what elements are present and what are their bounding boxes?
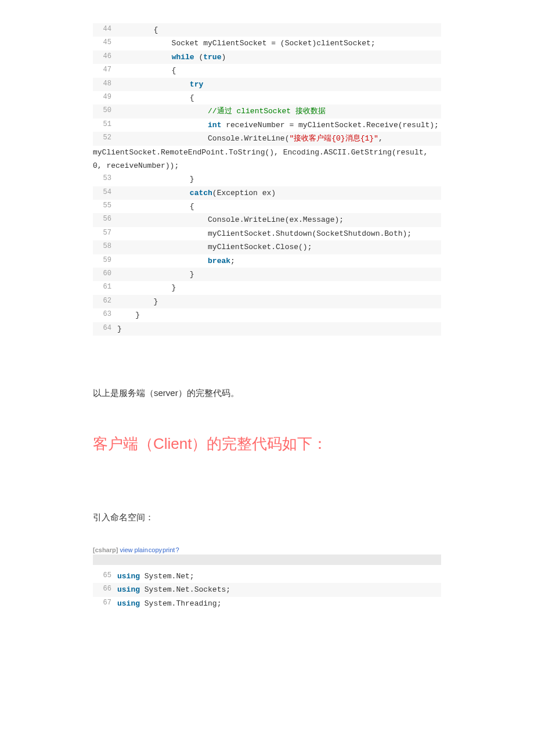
line-number: 63	[93, 308, 117, 321]
code-line: 66using System.Net.Sockets;	[93, 583, 441, 596]
line-number: 61	[93, 281, 117, 294]
code-line: 51 int receiveNumber = myClientSocket.Re…	[93, 118, 441, 132]
code-text: using System.Net.Sockets;	[117, 583, 230, 596]
code-text: Console.WriteLine("接收客户端{0}消息{1}",	[117, 132, 383, 145]
code-text: {	[117, 64, 176, 77]
code-text: try	[117, 78, 203, 91]
code-text: }	[117, 322, 122, 336]
code-line: 62 }	[93, 295, 441, 308]
code-line: 47 {	[93, 64, 441, 77]
line-number: 65	[93, 570, 117, 582]
code-text: {	[117, 23, 158, 37]
line-number: 49	[93, 91, 117, 104]
code-text: break;	[117, 254, 235, 268]
code-line: 61 }	[93, 281, 441, 294]
code-line: 56 Console.WriteLine(ex.Message);	[93, 213, 441, 226]
code-line: 45 Socket myClientSocket = (Socket)clien…	[93, 37, 441, 50]
view-plain-link[interactable]: view plain	[120, 546, 147, 553]
code-text: using System.Threading;	[117, 597, 221, 610]
line-number: 48	[93, 78, 117, 91]
line-number: 66	[93, 583, 117, 596]
line-number: 52	[93, 132, 117, 145]
line-number: 46	[93, 51, 117, 63]
code-line: 63 }	[93, 308, 441, 322]
code-line: 44 {	[93, 23, 441, 37]
line-number: 50	[93, 105, 117, 117]
line-number: 59	[93, 254, 117, 267]
server-description: 以上是服务端（server）的完整代码。	[93, 388, 441, 399]
line-number: 62	[93, 295, 117, 308]
line-number: 58	[93, 240, 117, 253]
code-line: 46 while (true)	[93, 51, 441, 64]
line-number: 67	[93, 597, 117, 610]
code-continuation: myClientSocket.RemoteEndPoint.ToString()…	[93, 146, 441, 173]
line-number: 51	[93, 118, 117, 131]
code-line: 52 Console.WriteLine("接收客户端{0}消息{1}",	[93, 132, 441, 145]
code-line: 65using System.Net;	[93, 570, 441, 583]
line-number: 44	[93, 23, 117, 36]
client-heading: 客户端（Client）的完整代码如下：	[93, 434, 441, 454]
code-line: 58 myClientSocket.Close();	[93, 240, 441, 254]
code-text: //通过 clientSocket 接收数据	[117, 105, 326, 118]
code-line: 67using System.Threading;	[93, 597, 441, 610]
code-text: {	[117, 200, 194, 213]
code-line: 57 myClientSocket.Shutdown(SocketShutdow…	[93, 227, 441, 240]
code-toolbar-bar	[93, 555, 441, 565]
code-text: int receiveNumber = myClientSocket.Recei…	[117, 118, 439, 132]
copy-link[interactable]: copy	[149, 546, 162, 553]
code-block-server: 44 {45 Socket myClientSocket = (Socket)c…	[93, 23, 441, 146]
code-text: }	[117, 281, 176, 294]
code-text: Console.WriteLine(ex.Message);	[117, 213, 344, 226]
code-line: 54 catch(Exception ex)	[93, 186, 441, 200]
namespace-intro: 引入命名空间：	[93, 512, 441, 523]
code-text: Socket myClientSocket = (Socket)clientSo…	[117, 37, 376, 50]
code-line: 60 }	[93, 268, 441, 281]
code-block-client: 65using System.Net;66using System.Net.So…	[93, 570, 441, 610]
code-text: }	[117, 172, 194, 186]
code-text: }	[117, 295, 158, 308]
code-line: 48 try	[93, 78, 441, 91]
code-text: {	[117, 91, 194, 105]
code-text: myClientSocket.Close();	[117, 240, 312, 254]
line-number: 56	[93, 213, 117, 226]
code-line: 53 }	[93, 172, 441, 186]
line-number: 57	[93, 227, 117, 240]
line-number: 55	[93, 200, 117, 213]
code-line: 55 {	[93, 200, 441, 213]
code-text: using System.Net;	[117, 570, 194, 583]
line-number: 53	[93, 172, 117, 185]
code-line: 49 {	[93, 91, 441, 105]
line-number: 60	[93, 268, 117, 280]
line-number: 64	[93, 322, 117, 335]
code-text: myClientSocket.Shutdown(SocketShutdown.B…	[117, 227, 412, 240]
code-line: 50 //通过 clientSocket 接收数据	[93, 105, 441, 118]
code-header: [csharp] view plaincopyprint?	[93, 546, 441, 553]
help-link[interactable]: ?	[175, 546, 179, 553]
code-text: }	[117, 308, 140, 322]
code-text: }	[117, 268, 194, 281]
code-text: catch(Exception ex)	[117, 186, 276, 200]
code-line: 59 break;	[93, 254, 441, 268]
code-lang-label: [csharp]	[93, 546, 118, 553]
line-number: 47	[93, 64, 117, 77]
code-block-server-2: 53 }54 catch(Exception ex)55 {56 Console…	[93, 172, 441, 336]
line-number: 45	[93, 37, 117, 49]
code-text: while (true)	[117, 51, 226, 64]
line-number: 54	[93, 186, 117, 199]
code-line: 64}	[93, 322, 441, 336]
print-link[interactable]: print	[163, 546, 175, 553]
